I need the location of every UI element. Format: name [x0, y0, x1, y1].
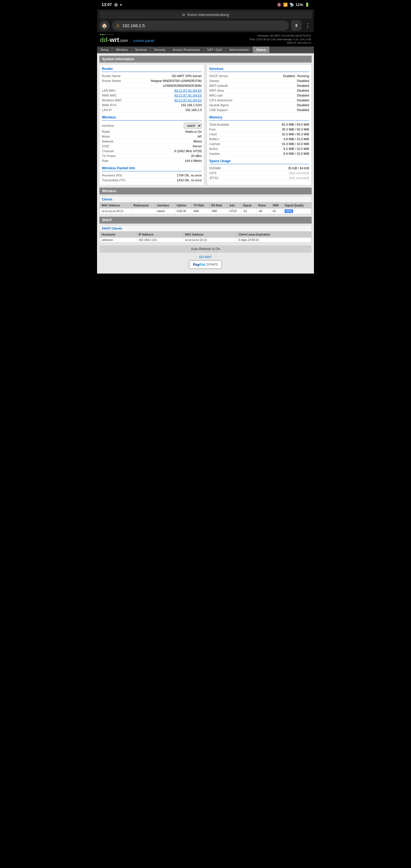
wireless-mac-value: A0:21:B7:AC:B4:E5 [174, 98, 202, 102]
used-label: Used [209, 132, 238, 136]
wrt-radauth-row: WRT-radauth Disabled [209, 83, 309, 88]
firmware-line: Firmware: DD-WRT v3.0-r47040 std (07/12/… [249, 34, 311, 38]
wireless-mac-label: Wireless MAC [102, 98, 130, 102]
tab-setup[interactable]: Setup [97, 46, 113, 53]
col-signal: Signal [241, 203, 257, 208]
cifs-label: CIFS [209, 171, 238, 175]
dhcp-ip: 192.168.2.131 [137, 237, 183, 242]
jffs2-value: (Not mounted) [289, 176, 309, 180]
router-name-value: DD-WRT VPN Server [172, 74, 202, 78]
router-model-value2: v2/WNDR3800/WNDR38AV [163, 84, 202, 87]
usb-support-row: USB Support Disabled [209, 107, 309, 113]
address-bar[interactable]: ⚠ 192.168.2.5 [112, 21, 289, 31]
jffs2-label: JFFS2 [209, 176, 238, 180]
dhcp-hostname: unknown [100, 237, 137, 242]
ssid-label: SSID [102, 145, 130, 148]
col-rx-rate: RX Rate [210, 203, 228, 208]
total-available-value: 60.3 MiB / 64.0 MiB [282, 123, 309, 126]
dhcp-section-header: DHCP [99, 217, 312, 223]
wan-ip-line: WAN IP: 192.168.1.5 [249, 41, 311, 45]
logo-wrt: wrt [109, 36, 119, 44]
browser-chrome: ⊘ Keine Internetverbindung 🏠 ⚠ 192.168.2… [97, 9, 314, 32]
address-bar-row: 🏠 ⚠ 192.168.2.5 3 ⋮ [99, 20, 312, 31]
signal-quality-bar: 96% [285, 209, 293, 213]
right-column: Services DHCP Server Enabled - Running S… [207, 64, 312, 185]
left-column: Router Router Name DD-WRT VPN Server Rou… [99, 64, 204, 185]
dhcp-clients-title: DHCP Clients [100, 225, 311, 231]
client-tx-rate: 26M [191, 208, 210, 214]
tab-wireless[interactable]: Wireless [113, 46, 132, 53]
warning-icon: ⚠ [116, 23, 120, 28]
logo-dots [100, 34, 154, 35]
wan-mac-value: A0:21:B7:AC:B4:E6 [174, 94, 202, 97]
tab-status[interactable]: Status [253, 46, 270, 53]
dot [110, 34, 111, 35]
dhcp-clients-container: DHCP Clients Hostname IP Address MAC Add… [99, 225, 312, 243]
ddwrt-header: dd- wrt .com ... control panel Firmware:… [97, 32, 314, 46]
free-value: 28.3 MiB / 60.3 MiB [282, 128, 309, 131]
overflow-icon: » [120, 2, 122, 7]
tx-label: Transmitted (TX) [102, 179, 130, 182]
wan-ipv4-value: 192.168.1.5/24 [181, 103, 202, 107]
channel-value: 9 (2452 MHz HT20) [174, 149, 202, 153]
tab-count-button[interactable]: 3 [291, 20, 302, 31]
paypal-donate-button[interactable]: PayPal DONATE [189, 260, 222, 269]
router-model-row: Router Model Netgear WNDR3700 v2/WNDR37A… [102, 79, 202, 83]
logo-dd: dd- [100, 36, 109, 44]
samba-label: Samba [209, 79, 238, 83]
tab-nat-qos[interactable]: NAT / QoS [204, 46, 226, 53]
sputnik-row: Sputnik Agent Disabled [209, 103, 309, 107]
client-quality: 96% [283, 208, 311, 214]
dhcp-server-value: Enabled - Running [283, 74, 309, 78]
wan-mac-label: WAN MAC [102, 94, 130, 97]
cifs-automount-value: Disabled [297, 98, 309, 102]
mode-row: Mode AP [102, 134, 202, 139]
client-radioname [132, 208, 155, 214]
active-value: 8.2 MiB / 32.0 MiB [283, 147, 309, 151]
clients-subsection: Clients MAC Address Radioname Interface … [99, 196, 312, 214]
no-internet-text: Keine Internetverbindung [188, 12, 229, 17]
tab-access-restrictions[interactable]: Access Restrictions [169, 46, 204, 53]
wireless-clients-section: Wireless Clients MAC Address Radioname I… [99, 188, 312, 214]
mode-label: Mode [102, 135, 130, 138]
ddwrt-link[interactable]: DD-WRT [199, 255, 212, 259]
tab-administration[interactable]: Administration [226, 46, 253, 53]
main-content: System Information Router Router Name DD… [97, 53, 314, 274]
usb-support-value: Disabled [297, 108, 309, 112]
inactive-row: Inactive 8.9 MiB / 32.0 MiB [209, 151, 309, 156]
wireless-section-label: Wireless [102, 189, 116, 193]
cifs-row: CIFS (Not mounted) [209, 171, 309, 176]
network-label: Network [102, 140, 130, 143]
cifs-value: (Not mounted) [289, 171, 309, 175]
dhcp-row: unknown 192.168.2.131 xx:xx:xx:xx:19:13 … [100, 237, 311, 242]
col-signal-quality: Signal Quality [283, 203, 311, 208]
lan-ip-row: LAN IP 192.168.2.5 [102, 107, 202, 113]
memory-section-title: Memory [209, 115, 309, 121]
col-info: Info [228, 203, 241, 208]
no-internet-icon: ⊘ [182, 12, 185, 17]
wrt-rflow-value: Disabled [297, 89, 309, 92]
client-interface: wlan0 [155, 208, 175, 214]
battery-display: 11% [296, 3, 303, 7]
ddwrt-page: dd- wrt .com ... control panel Firmware:… [97, 32, 314, 274]
home-button[interactable]: 🏠 [99, 20, 109, 31]
client-rx-rate: 78M [210, 208, 228, 214]
client-uptime: 0:00:30 [175, 208, 191, 214]
client-info: HT20 [228, 208, 241, 214]
dhcp-header-row: Hostname IP Address MAC Address Client L… [100, 231, 311, 237]
wireless-section-header: Wireless [99, 188, 312, 194]
free-row: Free 28.3 MiB / 60.3 MiB [209, 127, 309, 132]
interface-dropdown[interactable]: wlan0 [184, 123, 202, 128]
tab-services[interactable]: Services [132, 46, 151, 53]
browser-menu-button[interactable]: ⋮ [304, 21, 312, 30]
dhcp-table: Hostname IP Address MAC Address Client L… [100, 231, 311, 243]
wan-ipv4-row: WAN IPv4 192.168.1.5/24 [102, 103, 202, 107]
rx-row: Received (RX) 1794 OK, no error [102, 173, 202, 178]
active-row: Active 8.2 MiB / 32.0 MiB [209, 147, 309, 151]
nvram-row: NVRAM 35 KiB / 64 KiB [209, 166, 309, 171]
mode-value: AP [197, 135, 202, 138]
rate-label: Rate [102, 159, 130, 162]
tab-security[interactable]: Security [151, 46, 169, 53]
col-hostname: Hostname [100, 231, 137, 237]
tx-value: 1433 OK, no error [177, 179, 202, 182]
